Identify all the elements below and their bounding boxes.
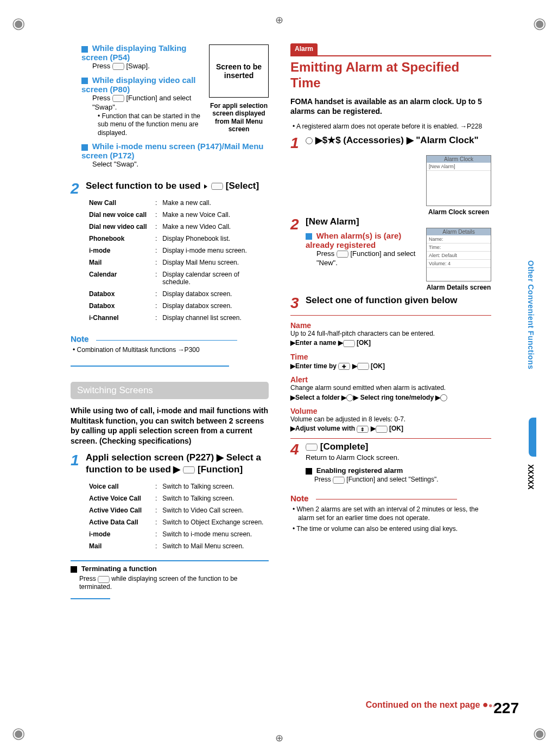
table-row: Voice call:Switch to Talking screen. <box>87 481 268 492</box>
table-row: i-Channel:Display channel list screen. <box>87 312 268 323</box>
table-row: i-mode:Switch to i-mode menu screen. <box>87 529 268 540</box>
key-icon <box>337 251 348 258</box>
red-divider <box>290 315 491 316</box>
blk1-title: While displaying Talking screen (P54) <box>81 43 187 62</box>
table-row: Databox:Display databox screen. <box>87 300 268 311</box>
key-icon <box>376 426 388 433</box>
enabling-title: Enabling registered alarm <box>316 466 403 475</box>
step-number-2: 2 <box>71 180 81 324</box>
key-icon <box>357 363 369 370</box>
step2-sub-prefix: Press <box>316 249 337 258</box>
table-row: New Call:Make a new call. <box>87 197 268 208</box>
blue-square-icon <box>306 233 312 240</box>
imode-mail-block: While i-mode menu screen (P147)/Mail Men… <box>81 142 269 169</box>
r-step4-sub: Return to Alarm Clock screen. <box>306 453 491 463</box>
blue-square-icon <box>81 144 88 151</box>
key-icon <box>333 477 345 484</box>
table-row: Dial new voice call:Make a new Voice Cal… <box>87 209 268 220</box>
red-divider <box>290 438 491 439</box>
blk2-body-prefix: Press <box>92 94 112 102</box>
right-arrow-icon <box>204 184 207 189</box>
table-row: Mail:Switch to Mail Menu screen. <box>87 541 268 552</box>
right-column: Alarm Emitting Alarm at Specified Time F… <box>290 43 491 608</box>
continued-text: Continued on the next page ●●● <box>366 700 496 709</box>
screen-placeholder-caption: For appli selection screen displayed fro… <box>209 102 269 133</box>
updown-key-icon: ⇕ <box>357 426 369 433</box>
sw-step1-num: 1 <box>71 452 81 553</box>
note-item-1: • Combination of Multitask functions →P3… <box>71 345 269 354</box>
screenshot-alarm-clock: Alarm Clock [New Alarm] <box>426 155 491 206</box>
screenshot-alarm-details: Alarm Details Name: Time: Alert: Default… <box>426 228 491 281</box>
key-icon <box>112 63 124 70</box>
alarm-tab: Alarm <box>290 43 318 55</box>
switch-function-table: Voice call:Switch to Talking screen.Acti… <box>86 480 269 553</box>
table-row: Databox:Display databox screen. <box>87 289 268 299</box>
r-step1-heading: ▶$★$ (Accessories) ▶ "Alarm Clock" <box>306 134 491 146</box>
alarm-intro-bold: FOMA handset is available as an alarm cl… <box>290 97 491 117</box>
screen-placeholder-group: Screen to be inserted For appli selectio… <box>209 44 269 133</box>
sw-step1-heading: Appli selection screen (P227) ▶ Select a… <box>86 452 269 476</box>
left-column: Screen to be inserted For appli selectio… <box>71 43 269 608</box>
r-note-1: • When 2 alarms are set with an interval… <box>290 505 491 522</box>
blk1-body-prefix: Press <box>92 62 112 70</box>
screenshot-1-caption: Alarm Clock screen <box>426 208 491 216</box>
alarm-intro-note: • A registered alarm does not operate be… <box>290 122 491 131</box>
switching-intro: While using two of call, i-mode and mail… <box>71 406 269 447</box>
field-volume-desc: Volume can be adjusted in 8 levels: 0-7. <box>290 415 491 424</box>
field-time-label: Time <box>290 353 491 361</box>
function-table: New Call:Make a new call.Dial new voice … <box>86 196 269 324</box>
en-body-suffix: [Function] and select "Settings". <box>346 476 438 483</box>
field-time-step: ▶Enter time by ✚ ▶ [OK] <box>290 362 491 370</box>
field-volume-label: Volume <box>290 407 491 415</box>
screen-placeholder-box: Screen to be inserted <box>209 44 269 98</box>
reg-mark-bottom-right: ◉ <box>533 724 546 742</box>
center-key-icon <box>440 394 447 401</box>
table-row: Calendar:Display calendar screen of sche… <box>87 269 268 287</box>
field-alert-step: ▶Select a folder ▶▶ Select ring tone/mel… <box>290 394 491 401</box>
screenshot-1-group: Alarm Clock [New Alarm] Alarm Clock scre… <box>426 155 491 216</box>
key-icon <box>343 340 355 347</box>
table-row: Active Data Call:Switch to Object Exchan… <box>87 517 268 528</box>
key-icon <box>112 95 124 102</box>
screenshot-2-caption: Alarm Details screen <box>426 284 491 291</box>
blk1-body-suffix: [Swap]. <box>126 62 149 70</box>
field-name-label: Name <box>290 321 491 330</box>
blue-square-icon <box>81 46 88 53</box>
blk3-body: Select "Swap". <box>92 160 269 169</box>
table-row: Active Video Call:Switch to Video Call s… <box>87 505 268 516</box>
blk2-title: While displaying video call screen (P80) <box>81 75 196 94</box>
key-icon <box>183 466 195 473</box>
step2-sub-title: When alarm(s) is (are) already registere… <box>306 231 401 249</box>
r-step1-num: 1 <box>290 134 301 152</box>
note-label: Note <box>71 334 88 343</box>
r-step3-heading: Select one of function given below <box>306 294 491 306</box>
center-key-icon <box>346 394 353 401</box>
reg-mark-bottom-center: ⊕ <box>275 732 283 744</box>
section-divider <box>71 366 229 367</box>
center-key-icon <box>306 137 313 144</box>
field-name-desc: Up to 24 full-/half-pitch characters can… <box>290 330 491 338</box>
table-row: Dial new video call:Make a new Video Cal… <box>87 221 268 232</box>
page-number: 227 <box>493 700 519 717</box>
step2-heading: Select function to be used [Select] <box>86 180 269 192</box>
dpad-icon: ✚ <box>338 363 350 370</box>
black-square-icon <box>71 566 77 573</box>
field-alert-label: Alert <box>290 375 491 384</box>
field-alert-desc: Change alarm sound emitted when alarm is… <box>290 384 491 393</box>
red-rule <box>290 55 491 56</box>
r-step4-num: 4 <box>290 441 301 484</box>
screenshot-2-group: Alarm Details Name: Time: Alert: Default… <box>426 228 491 291</box>
alarm-heading: Emitting Alarm at Specified Time <box>290 60 491 91</box>
field-volume-step: ▶Adjust volume with ⇕ ▶ [OK] <box>290 425 491 432</box>
en-body-prefix: Press <box>314 476 333 483</box>
key-icon <box>98 576 110 583</box>
terminating-title: Terminating a function <box>81 565 157 573</box>
switching-screens-bar: Switching Screens <box>71 382 269 399</box>
table-row: Phonebook:Display Phonebook list. <box>87 233 268 244</box>
r-note-2: • The time or volume can also be entered… <box>290 524 491 533</box>
note-rule <box>96 340 237 341</box>
field-name-step: ▶Enter a name ▶ [OK] <box>290 339 491 347</box>
note-rule-red <box>316 499 457 499</box>
r-step2-num: 2 <box>290 216 301 291</box>
key-icon <box>306 444 318 451</box>
